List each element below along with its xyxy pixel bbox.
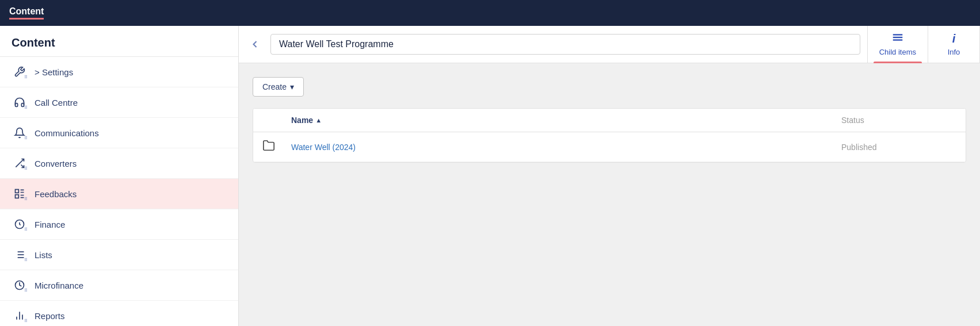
page-title-input[interactable] [270, 34, 860, 55]
sidebar-item-microfinance-label: Microfinance [35, 281, 83, 290]
back-button[interactable] [239, 26, 270, 63]
col-header-icon [262, 116, 291, 125]
svg-rect-3 [16, 195, 19, 198]
sidebar-header: Content [0, 26, 238, 57]
create-button-label: Create [262, 82, 287, 91]
main-layout: Content ⠿ > Settings ⠿ Call Centre ⠿ Com… [0, 26, 980, 326]
info-icon: i [952, 32, 956, 45]
content-area: Child items i Info Create ▾ Name [239, 26, 980, 326]
headphone-icon: ⠿ [12, 94, 28, 110]
svg-rect-2 [16, 190, 19, 193]
sidebar-item-finance-label: Finance [35, 220, 65, 229]
child-items-icon [891, 32, 904, 45]
top-bar: Content [0, 0, 980, 26]
coin-icon: ⠿ [12, 216, 28, 232]
dropdown-arrow-icon: ▾ [290, 82, 294, 91]
list-icon: ⠿ [12, 247, 28, 263]
sidebar-item-reports[interactable]: ⠿ Reports [0, 301, 238, 326]
bell-icon: ⠿ [12, 125, 28, 141]
arrows-icon: ⠿ [12, 155, 28, 171]
sidebar-item-call-centre[interactable]: ⠿ Call Centre [0, 87, 238, 118]
wrench-icon: ⠿ [12, 64, 28, 80]
tab-child-items-label: Child items [879, 48, 916, 56]
folder-icon [262, 139, 291, 155]
bar-chart-icon: ⠿ [12, 308, 28, 324]
sidebar-item-converters-label: Converters [35, 159, 77, 168]
sidebar-item-communications[interactable]: ⠿ Communications [0, 118, 238, 148]
tab-info[interactable]: i Info [928, 26, 980, 63]
tabs-container: Child items i Info [867, 26, 980, 63]
app-title: Content [9, 6, 44, 20]
sidebar-item-lists-label: Lists [35, 250, 52, 260]
list-check-icon: ⠿ [12, 186, 28, 202]
header-bar: Child items i Info [239, 26, 980, 63]
sidebar-item-reports-label: Reports [35, 311, 65, 321]
table-row[interactable]: Water Well (2024) Published [253, 132, 966, 162]
table-header: Name ▲ Status [253, 109, 966, 132]
sidebar-item-microfinance[interactable]: ⠿ Microfinance [0, 270, 238, 301]
create-button[interactable]: Create ▾ [253, 77, 304, 97]
col-header-name[interactable]: Name ▲ [291, 116, 841, 125]
items-table: Name ▲ Status Water Well (2024) Publishe… [253, 108, 966, 163]
sidebar: Content ⠿ > Settings ⠿ Call Centre ⠿ Com… [0, 26, 239, 326]
sidebar-item-feedbacks-label: Feedbacks [35, 189, 77, 199]
row-name[interactable]: Water Well (2024) [291, 143, 841, 152]
main-content: Create ▾ Name ▲ Status [239, 63, 980, 326]
row-status: Published [841, 143, 956, 152]
sidebar-item-settings[interactable]: ⠿ > Settings [0, 57, 238, 87]
sidebar-item-converters[interactable]: ⠿ Converters [0, 148, 238, 179]
sidebar-item-lists[interactable]: ⠿ Lists [0, 240, 238, 270]
sidebar-item-communications-label: Communications [35, 128, 99, 138]
tab-child-items[interactable]: Child items [868, 26, 928, 63]
sidebar-item-call-centre-label: Call Centre [35, 98, 78, 108]
sidebar-item-feedbacks[interactable]: ⠿ Feedbacks [0, 179, 238, 209]
col-header-status: Status [841, 116, 956, 125]
sidebar-item-finance[interactable]: ⠿ Finance [0, 209, 238, 240]
sort-icon[interactable]: ▲ [315, 117, 322, 124]
tab-info-label: Info [948, 48, 960, 56]
sidebar-item-settings-label: > Settings [35, 67, 73, 77]
coin2-icon: ⠿ [12, 277, 28, 293]
